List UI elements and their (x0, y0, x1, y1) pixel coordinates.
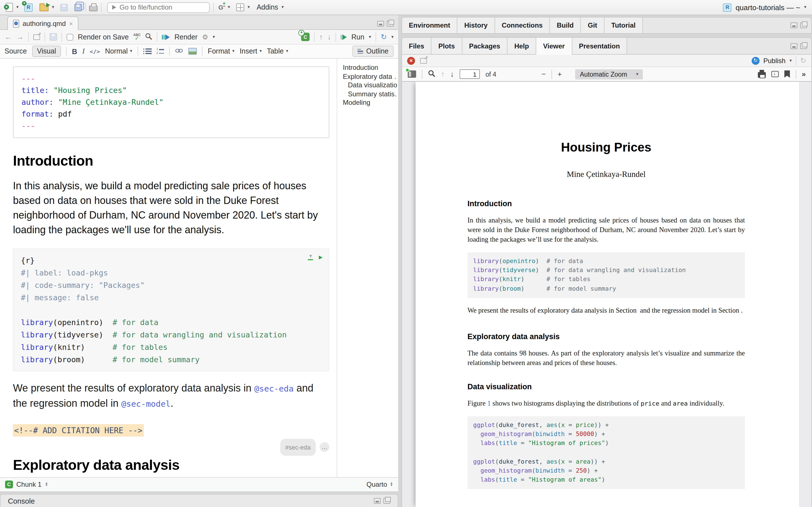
open-file-dropdown-caret[interactable]: ▾ (52, 5, 54, 10)
open-in-new-window-icon[interactable] (420, 58, 427, 63)
run-chunks-above-icon[interactable]: ▼ (308, 254, 313, 261)
render-on-save-checkbox[interactable] (66, 34, 73, 40)
tab-presentation[interactable]: Presentation (572, 38, 627, 54)
pdf-print-icon[interactable] (758, 72, 766, 78)
tab-viewer[interactable]: Viewer (536, 38, 572, 55)
save-document-button[interactable] (50, 33, 57, 41)
publish-button[interactable]: Publish (763, 57, 785, 64)
minimize-pane-button[interactable] (377, 21, 384, 26)
tab-authoring-qmd[interactable]: authoring.qmd × (7, 16, 79, 30)
table-menu[interactable]: Table▾ (267, 47, 288, 55)
back-icon[interactable]: ← (4, 33, 12, 41)
tab-history[interactable]: History (458, 17, 495, 33)
visual-editor-canvas[interactable]: ---title: "Housing Prices"author: "Mine … (0, 59, 337, 477)
gear-icon[interactable]: ⚙ (202, 34, 208, 40)
pdf-more-tools-icon[interactable]: » (802, 70, 806, 78)
project-menu[interactable]: R quarto-tutorials — ~ ▾ (723, 3, 806, 11)
mode-spinner-icon[interactable]: ▲▼ (390, 482, 393, 486)
tab-packages[interactable]: Packages (462, 38, 507, 54)
publish-caret[interactable]: ▾ (790, 58, 792, 63)
outline-item[interactable]: Data visualization (343, 81, 397, 90)
tab-plots[interactable]: Plots (432, 38, 462, 54)
source-mode-button[interactable]: Source (4, 47, 27, 55)
version-control-button[interactable]: G+− (217, 4, 224, 11)
pdf-search-icon[interactable] (428, 69, 435, 79)
pdf-zoom-out-icon[interactable]: − (541, 70, 546, 78)
pdf-sidebar-toggle-icon[interactable] (408, 70, 416, 78)
refresh-viewer-icon[interactable]: ↻ (800, 57, 806, 64)
addins-caret[interactable]: ▾ (282, 5, 284, 10)
chunk-spinner-icon[interactable]: ▲▼ (45, 482, 48, 486)
tab-connections[interactable]: Connections (495, 17, 550, 33)
maximize-pane-button[interactable] (800, 22, 807, 28)
run-button[interactable]: Run (351, 33, 364, 41)
run-chunk-icon[interactable]: ▶ (319, 254, 322, 260)
visual-mode-button[interactable]: Visual (32, 46, 61, 57)
maximize-pane-button[interactable] (387, 21, 394, 26)
open-file-button[interactable] (40, 3, 49, 11)
bold-button[interactable]: B (72, 47, 77, 55)
document-mode-label[interactable]: Quarto (366, 480, 387, 488)
outline-item[interactable]: Summary statis… (343, 90, 397, 99)
tab-environment[interactable]: Environment (402, 17, 458, 33)
pdf-download-icon[interactable] (771, 71, 779, 77)
close-tab-icon[interactable]: × (69, 20, 73, 27)
tab-files[interactable]: Files (402, 38, 432, 54)
new-file-dropdown-caret[interactable]: ▾ (16, 5, 18, 10)
new-file-button[interactable]: + (6, 3, 13, 12)
render-options-caret[interactable]: ▾ (213, 35, 215, 39)
stop-viewer-icon[interactable]: × (407, 57, 415, 64)
pdf-bookmark-icon[interactable] (784, 70, 790, 78)
minimize-pane-button[interactable] (791, 43, 797, 49)
pdf-zoom-select[interactable]: Automatic Zoom ▾ (575, 69, 643, 79)
paragraph-style-menu[interactable]: Normal▾ (105, 47, 132, 55)
numbered-list-icon[interactable]: 12 (156, 48, 164, 55)
pdf-viewport[interactable]: Housing Prices Mine Çetinkaya-Rundel Int… (402, 82, 811, 507)
minimize-pane-button[interactable] (791, 22, 797, 28)
pdf-next-page-icon[interactable]: ↓ (450, 70, 454, 78)
section-menu-button[interactable]: … (320, 443, 329, 452)
panes-layout-button[interactable] (236, 3, 244, 11)
chunk-position-label[interactable]: Chunk 1 (16, 480, 42, 488)
tab-build[interactable]: Build (550, 17, 581, 33)
outline-toggle-button[interactable]: Outline (353, 46, 394, 57)
outline-item[interactable]: Introduction (343, 64, 397, 72)
new-project-button[interactable]: R+ (24, 3, 33, 11)
bullet-list-icon[interactable] (143, 49, 151, 54)
print-button[interactable] (89, 3, 98, 11)
console-pane-header[interactable]: Console (0, 494, 398, 507)
go-to-next-chunk-icon[interactable]: ↓ (327, 33, 331, 41)
go-to-previous-chunk-icon[interactable]: ↑ (319, 33, 323, 41)
rerun-icon[interactable]: ↻ (380, 33, 387, 41)
tab-tutorial[interactable]: Tutorial (605, 17, 643, 33)
outline-item[interactable]: Exploratory data … (343, 72, 397, 81)
link-icon[interactable] (175, 47, 184, 55)
render-button[interactable]: Render (174, 33, 198, 41)
pdf-previous-page-icon[interactable]: ↑ (441, 70, 445, 78)
version-control-caret[interactable]: ▾ (228, 5, 230, 10)
forward-icon[interactable]: → (16, 33, 24, 41)
spellcheck-icon[interactable]: ABC✓ (133, 33, 141, 41)
maximize-pane-button[interactable] (384, 498, 390, 504)
tab-help[interactable]: Help (507, 38, 536, 54)
outline-item[interactable]: Modeling (343, 99, 397, 107)
save-all-button[interactable] (74, 4, 82, 11)
open-in-new-window-icon[interactable] (33, 34, 40, 40)
search-icon[interactable] (145, 33, 153, 41)
run-caret[interactable]: ▾ (369, 35, 371, 39)
code-format-button[interactable]: </> (90, 48, 100, 54)
italic-button[interactable]: I (82, 47, 85, 56)
goto-file-box[interactable] (107, 2, 210, 13)
rerun-caret[interactable]: ▾ (391, 35, 394, 39)
insert-menu[interactable]: Insert▾ (240, 47, 262, 55)
addins-menu[interactable]: Addins (257, 3, 278, 11)
image-icon[interactable] (189, 48, 197, 55)
maximize-pane-button[interactable] (800, 43, 807, 49)
goto-file-input[interactable] (119, 3, 205, 11)
format-menu[interactable]: Format▾ (208, 47, 235, 55)
insert-chunk-button[interactable]: C (301, 33, 310, 41)
panes-layout-caret[interactable]: ▾ (248, 5, 250, 10)
pdf-page-number-input[interactable] (460, 69, 480, 79)
save-button[interactable] (60, 4, 68, 11)
pdf-zoom-in-icon[interactable]: + (558, 70, 562, 78)
